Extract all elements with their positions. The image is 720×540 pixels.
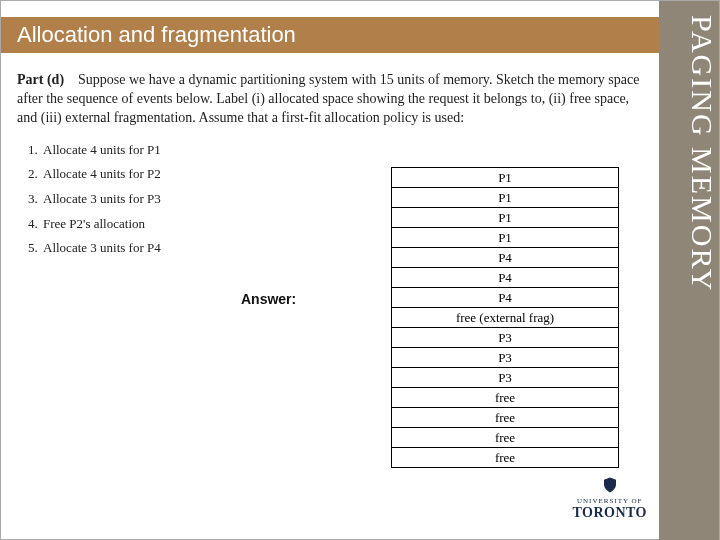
memory-diagram: P1 P1 P1 P1 P4 P4 P4 free (external frag… bbox=[391, 167, 619, 468]
slide: Allocation and fragmentation PAGING MEMO… bbox=[0, 0, 720, 540]
crest-icon bbox=[572, 476, 647, 497]
chapter-side-tab: PAGING MEMORY bbox=[659, 1, 719, 540]
memory-cell: free bbox=[392, 408, 619, 428]
slide-title: Allocation and fragmentation bbox=[17, 22, 296, 47]
chapter-label: PAGING MEMORY bbox=[659, 15, 719, 292]
slide-title-bar: Allocation and fragmentation bbox=[1, 17, 661, 53]
question-paragraph: Part (d) Suppose we have a dynamic parti… bbox=[17, 71, 651, 128]
memory-cell: P1 bbox=[392, 208, 619, 228]
memory-cell: P4 bbox=[392, 268, 619, 288]
memory-cell: P1 bbox=[392, 188, 619, 208]
logo-text-bottom: TORONTO bbox=[572, 505, 647, 521]
answer-label: Answer: bbox=[241, 291, 296, 307]
memory-cell: P1 bbox=[392, 228, 619, 248]
university-logo: UNIVERSITY OF TORONTO bbox=[572, 476, 647, 521]
memory-cell: P4 bbox=[392, 248, 619, 268]
step-item: Allocate 4 units for P1 bbox=[41, 138, 651, 163]
question-text: Suppose we have a dynamic partitioning s… bbox=[17, 72, 639, 125]
part-label: Part (d) bbox=[17, 72, 64, 87]
memory-cell: free bbox=[392, 428, 619, 448]
memory-cell: P3 bbox=[392, 368, 619, 388]
memory-cell: P4 bbox=[392, 288, 619, 308]
memory-cell: P3 bbox=[392, 348, 619, 368]
memory-cell: free bbox=[392, 448, 619, 468]
memory-cell: P1 bbox=[392, 168, 619, 188]
memory-cell: free bbox=[392, 388, 619, 408]
memory-cell: free (external frag) bbox=[392, 308, 619, 328]
logo-text-top: UNIVERSITY OF bbox=[572, 497, 647, 505]
memory-cell: P3 bbox=[392, 328, 619, 348]
